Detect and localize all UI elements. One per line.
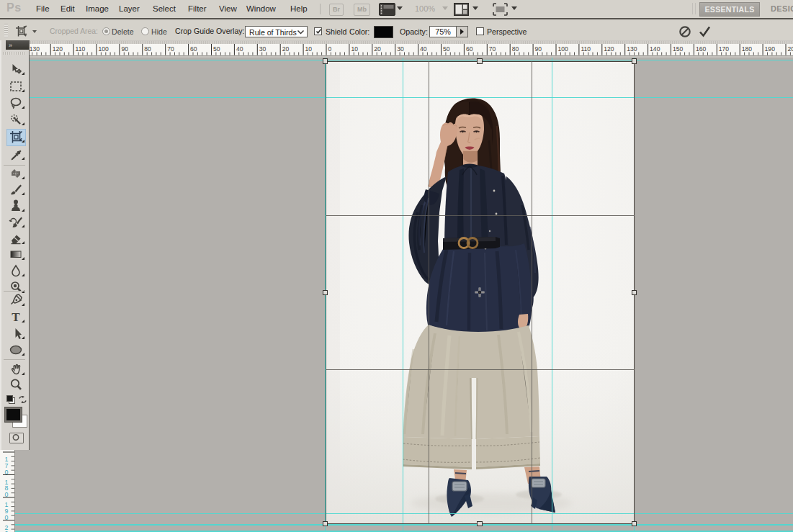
svg-text:150: 150 bbox=[673, 45, 684, 53]
svg-text:50: 50 bbox=[213, 45, 220, 53]
svg-text:190: 190 bbox=[765, 45, 776, 53]
svg-text:20: 20 bbox=[374, 45, 381, 53]
svg-text:100: 100 bbox=[99, 45, 109, 53]
svg-text:110: 110 bbox=[76, 45, 86, 53]
svg-text:80: 80 bbox=[512, 45, 519, 53]
svg-text:160: 160 bbox=[696, 45, 707, 53]
svg-text:170: 170 bbox=[719, 45, 730, 53]
svg-text:80: 80 bbox=[144, 45, 151, 53]
svg-text:0: 0 bbox=[328, 45, 332, 53]
svg-text:70: 70 bbox=[489, 45, 496, 53]
svg-text:90: 90 bbox=[121, 45, 128, 53]
svg-text:40: 40 bbox=[236, 45, 243, 53]
svg-text:200: 200 bbox=[788, 45, 793, 53]
svg-text:T: T bbox=[12, 310, 20, 324]
svg-text:120: 120 bbox=[53, 45, 63, 53]
svg-text:60: 60 bbox=[190, 45, 197, 53]
svg-text:10: 10 bbox=[305, 45, 313, 53]
svg-text:50: 50 bbox=[443, 45, 450, 53]
svg-text:120: 120 bbox=[604, 45, 614, 53]
svg-text:180: 180 bbox=[742, 45, 753, 53]
svg-text:70: 70 bbox=[167, 45, 174, 53]
svg-text:110: 110 bbox=[581, 45, 591, 53]
svg-text:40: 40 bbox=[420, 45, 427, 53]
svg-text:140: 140 bbox=[650, 45, 660, 53]
svg-text:20: 20 bbox=[282, 45, 290, 53]
svg-text:90: 90 bbox=[535, 45, 542, 53]
svg-text:130: 130 bbox=[627, 45, 637, 53]
svg-text:30: 30 bbox=[397, 45, 404, 53]
svg-text:60: 60 bbox=[466, 45, 473, 53]
svg-text:130: 130 bbox=[30, 45, 40, 53]
svg-text:10: 10 bbox=[351, 45, 358, 53]
svg-text:100: 100 bbox=[558, 45, 569, 53]
svg-text:30: 30 bbox=[259, 45, 266, 53]
